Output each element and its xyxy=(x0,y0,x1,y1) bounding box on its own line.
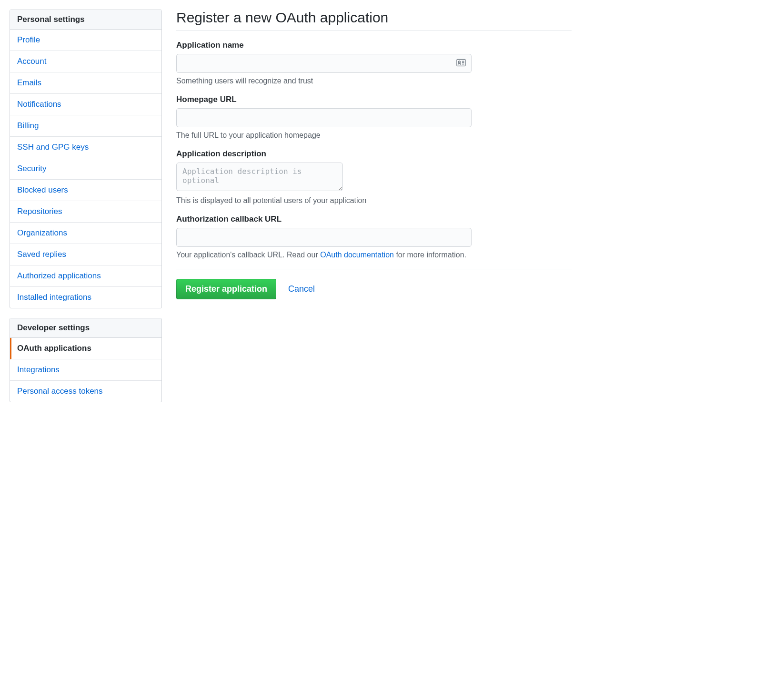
personal-settings-menu: Personal settings Profile Account Emails… xyxy=(10,10,162,308)
sidebar-item-authorized-applications[interactable]: Authorized applications xyxy=(10,265,161,287)
personal-settings-header: Personal settings xyxy=(10,10,161,30)
register-application-button[interactable]: Register application xyxy=(176,279,276,299)
homepage-url-input[interactable] xyxy=(176,108,472,127)
description-textarea[interactable] xyxy=(176,163,343,191)
callback-url-input[interactable] xyxy=(176,228,472,247)
oauth-register-form: Application name Somethin xyxy=(176,41,572,299)
sidebar-item-profile[interactable]: Profile xyxy=(10,30,161,51)
sidebar-item-integrations[interactable]: Integrations xyxy=(10,359,161,381)
callback-url-help: Your application's callback URL. Read ou… xyxy=(176,251,572,259)
description-help: This is displayed to all potential users… xyxy=(176,196,572,205)
contact-card-icon xyxy=(456,59,466,68)
sidebar-item-blocked-users[interactable]: Blocked users xyxy=(10,180,161,201)
homepage-url-label: Homepage URL xyxy=(176,95,572,104)
field-app-name: Application name Somethin xyxy=(176,41,572,85)
sidebar-item-billing[interactable]: Billing xyxy=(10,115,161,137)
settings-sidebar: Personal settings Profile Account Emails… xyxy=(10,10,162,412)
field-description: Application description This is displaye… xyxy=(176,149,572,205)
homepage-url-help: The full URL to your application homepag… xyxy=(176,131,572,140)
callback-help-suffix: for more information. xyxy=(394,251,466,259)
sidebar-item-installed-integrations[interactable]: Installed integrations xyxy=(10,287,161,308)
sidebar-item-security[interactable]: Security xyxy=(10,158,161,180)
field-homepage-url: Homepage URL The full URL to your applic… xyxy=(176,95,572,140)
app-name-label: Application name xyxy=(176,41,572,50)
sidebar-item-notifications[interactable]: Notifications xyxy=(10,94,161,115)
form-actions: Register application Cancel xyxy=(176,269,572,299)
cancel-button[interactable]: Cancel xyxy=(288,284,315,294)
sidebar-item-oauth-applications[interactable]: OAuth applications xyxy=(10,338,161,359)
sidebar-item-personal-access-tokens[interactable]: Personal access tokens xyxy=(10,381,161,402)
field-callback-url: Authorization callback URL Your applicat… xyxy=(176,214,572,259)
sidebar-item-repositories[interactable]: Repositories xyxy=(10,201,161,223)
svg-point-1 xyxy=(459,61,461,63)
sidebar-item-emails[interactable]: Emails xyxy=(10,72,161,94)
sidebar-item-ssh-gpg-keys[interactable]: SSH and GPG keys xyxy=(10,137,161,158)
description-label: Application description xyxy=(176,149,572,159)
callback-help-prefix: Your application's callback URL. Read ou… xyxy=(176,251,320,259)
developer-settings-header: Developer settings xyxy=(10,318,161,338)
app-name-help: Something users will recognize and trust xyxy=(176,77,572,85)
sidebar-item-account[interactable]: Account xyxy=(10,51,161,72)
sidebar-item-organizations[interactable]: Organizations xyxy=(10,223,161,244)
developer-settings-menu: Developer settings OAuth applications In… xyxy=(10,318,162,402)
main-content: Register a new OAuth application Applica… xyxy=(176,10,572,412)
app-name-input[interactable] xyxy=(176,54,472,73)
page-title: Register a new OAuth application xyxy=(176,10,572,31)
sidebar-item-saved-replies[interactable]: Saved replies xyxy=(10,244,161,265)
oauth-documentation-link[interactable]: OAuth documentation xyxy=(320,251,394,259)
callback-url-label: Authorization callback URL xyxy=(176,214,572,224)
